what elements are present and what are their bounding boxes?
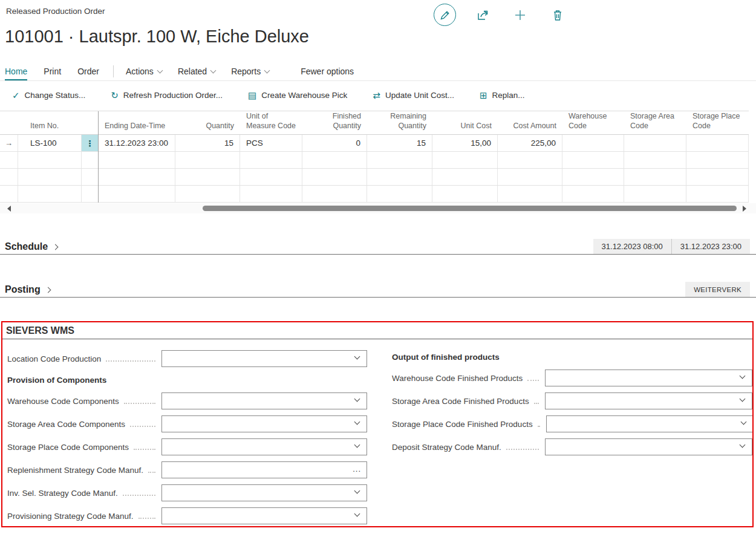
posting-summary-chips: WEITERVERK <box>685 282 750 297</box>
chevron-down-icon <box>264 68 270 74</box>
col-row-options <box>82 131 99 135</box>
cell-cost-amount[interactable]: 225,00 <box>498 135 562 151</box>
cell-warehouse-code[interactable] <box>562 135 624 151</box>
storage-place-code-finished-products-dropdown[interactable] <box>546 415 754 432</box>
create-warehouse-pick-label: Create Warehouse Pick <box>261 91 347 100</box>
cell-finished-quantity[interactable]: 0 <box>302 135 367 151</box>
schedule-section: Schedule 31.12.2023 08:00 31.12.2023 23:… <box>0 238 756 255</box>
cell-item-no[interactable]: LS-100 <box>18 135 82 151</box>
scrollbar-thumb[interactable] <box>203 206 737 211</box>
dotted-leader <box>106 356 155 362</box>
col-cost-amount[interactable]: Cost Amount <box>498 121 562 134</box>
replan-label: Replan... <box>492 91 525 100</box>
page-title: 101001 · Lautspr. 100 W, Eiche Deluxe <box>5 27 309 47</box>
field-label: Inv. Sel. Strategy Code Manuf. <box>7 489 118 498</box>
chevron-right-icon <box>45 287 51 293</box>
cell-unit-cost[interactable]: 15,00 <box>432 135 498 151</box>
wms-section-title[interactable]: SIEVERS WMS <box>6 325 752 337</box>
tab-order[interactable]: Order <box>77 67 99 76</box>
fewer-options-button[interactable]: Fewer options <box>301 67 354 76</box>
field-label: Deposit Strategy Code Manuf. <box>392 443 501 452</box>
posting-section: Posting WEITERVERK <box>0 281 756 298</box>
row-options-icon[interactable]: ⋮ <box>82 135 99 151</box>
gen-prod-posting-group-chip[interactable]: WEITERVERK <box>685 282 750 297</box>
menu-related[interactable]: Related <box>178 67 215 76</box>
dotted-leader <box>134 444 155 450</box>
scroll-left-arrow-icon[interactable] <box>7 206 11 212</box>
delete-icon[interactable] <box>546 4 569 26</box>
field-label: Storage Place Code Finished Products <box>392 420 533 429</box>
add-icon[interactable] <box>509 4 531 26</box>
field-label: Location Code Production <box>7 354 101 363</box>
schedule-section-title: Schedule <box>5 241 48 252</box>
update-unit-cost-icon: ⇄ <box>373 91 380 100</box>
col-unit-cost[interactable]: Unit Cost <box>432 121 498 134</box>
location-code-production-dropdown[interactable] <box>161 350 367 367</box>
scroll-right-arrow-icon[interactable] <box>743 206 746 212</box>
cell-remaining-quantity[interactable]: 15 <box>367 135 432 151</box>
change-status-label: Change Status... <box>25 91 86 100</box>
refresh-production-order-button[interactable]: ↻ Refresh Production Order... <box>111 91 223 100</box>
inv-sel-strategy-code-manuf-dropdown[interactable] <box>161 484 367 501</box>
col-unit-of-measure-code[interactable]: Unit of Measure Code <box>240 111 302 135</box>
table-row-empty[interactable] <box>0 186 749 203</box>
table-row: → LS-100 ⋮ 31.12.2023 23:00 15 PCS 0 15 … <box>0 135 749 152</box>
starting-date-time-chip[interactable]: 31.12.2023 08:00 <box>593 239 671 254</box>
table-row-empty[interactable] <box>0 169 749 186</box>
edit-pencil-icon[interactable] <box>434 4 456 26</box>
col-finished-quantity[interactable]: Finished Quantity <box>302 111 367 135</box>
chevron-down-icon <box>354 511 360 517</box>
replan-button[interactable]: ⊞ Replan... <box>480 91 525 100</box>
storage-place-code-components-dropdown[interactable] <box>161 438 367 455</box>
chevron-down-icon <box>210 68 217 74</box>
field-location-code-production: Location Code Production <box>7 347 367 370</box>
dotted-leader <box>506 444 539 450</box>
col-warehouse-code[interactable]: Warehouse Code <box>562 111 624 135</box>
update-unit-cost-button[interactable]: ⇄ Update Unit Cost... <box>373 91 454 100</box>
ending-date-time-chip[interactable]: 31.12.2023 23:00 <box>671 239 750 254</box>
col-ending-date-time[interactable]: Ending Date-Time <box>99 121 175 134</box>
tab-print[interactable]: Print <box>44 67 61 76</box>
warehouse-code-finished-products-dropdown[interactable] <box>545 370 752 386</box>
warehouse-code-components-dropdown[interactable] <box>161 392 367 409</box>
field-label: Storage Area Code Finished Products <box>392 397 529 406</box>
menu-actions[interactable]: Actions <box>126 67 162 76</box>
dotted-leader <box>124 399 155 404</box>
provisioning-strategy-code-manuf-dropdown[interactable] <box>161 507 367 524</box>
cell-unit-of-measure-code[interactable]: PCS <box>240 135 302 151</box>
table-row-empty[interactable] <box>0 152 749 169</box>
field-storage-area-code-components: Storage Area Code Components <box>7 412 367 435</box>
col-storage-place-code[interactable]: Storage Place Code <box>686 111 749 135</box>
storage-area-code-components-dropdown[interactable] <box>161 415 367 432</box>
cell-ending-date-time[interactable]: 31.12.2023 23:00 <box>99 135 175 151</box>
horizontal-scrollbar[interactable] <box>0 203 756 213</box>
page-caption: Released Production Order <box>6 7 105 16</box>
col-remaining-quantity[interactable]: Remaining Quantity <box>367 111 432 135</box>
col-item-no[interactable]: Item No. <box>18 121 82 134</box>
field-label: Warehouse Code Components <box>7 397 119 406</box>
deposit-strategy-code-manuf-dropdown[interactable] <box>545 438 752 455</box>
storage-area-code-finished-products-dropdown[interactable] <box>545 392 752 409</box>
create-warehouse-pick-button[interactable]: ▤ Create Warehouse Pick <box>248 91 347 100</box>
menu-actions-label: Actions <box>126 67 154 76</box>
field-label: Storage Area Code Components <box>7 420 125 429</box>
menu-reports[interactable]: Reports <box>231 67 269 76</box>
field-label: Warehouse Code Finished Products <box>392 374 523 383</box>
cell-storage-place-code[interactable] <box>686 135 749 151</box>
replan-icon: ⊞ <box>480 91 487 100</box>
cell-quantity[interactable]: 15 <box>175 135 240 151</box>
tab-home[interactable]: Home <box>5 67 27 76</box>
cell-storage-area-code[interactable] <box>624 135 686 151</box>
replenishment-strategy-code-manuf-input[interactable]: ... <box>161 461 367 478</box>
field-warehouse-code-components: Warehouse Code Components <box>7 389 367 412</box>
col-quantity[interactable]: Quantity <box>175 121 240 134</box>
schedule-section-header[interactable]: Schedule <box>5 241 57 252</box>
posting-section-header[interactable]: Posting <box>5 284 50 295</box>
field-provisioning-strategy-code-manuf: Provisioning Strategy Code Manuf. <box>7 504 367 527</box>
assist-edit-icon[interactable]: ... <box>353 464 361 474</box>
schedule-summary-chips: 31.12.2023 08:00 31.12.2023 23:00 <box>593 239 750 254</box>
change-status-button[interactable]: ✓ Change Status... <box>12 91 85 100</box>
col-storage-area-code[interactable]: Storage Area Code <box>624 111 686 135</box>
wms-left-column: Location Code Production Provision of Co… <box>7 339 367 527</box>
share-icon[interactable] <box>471 4 494 26</box>
